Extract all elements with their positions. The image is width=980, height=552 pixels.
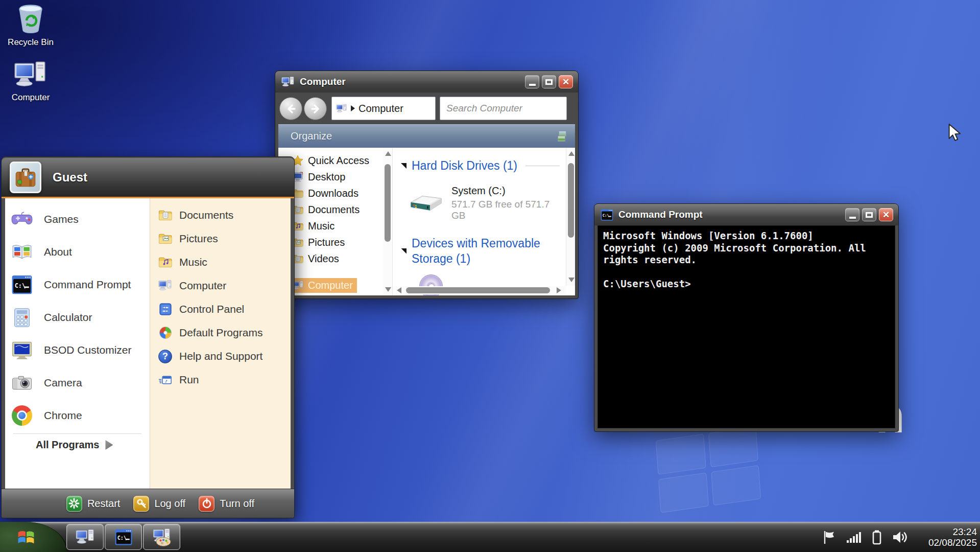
network-signal-icon[interactable]	[846, 530, 862, 545]
desktop-icon-recycle-bin[interactable]: Recycle Bin	[7, 3, 54, 48]
forward-button[interactable]	[304, 97, 327, 120]
key-icon	[133, 496, 149, 512]
start-menu-item-music[interactable]: Music	[150, 250, 291, 274]
start-menu-item-pictures[interactable]: Pictures	[150, 227, 291, 250]
gamepad-icon	[11, 209, 33, 230]
start-menu-header: Guest	[2, 158, 294, 197]
maximize-button[interactable]	[862, 208, 876, 221]
breadcrumb: Computer	[358, 103, 403, 114]
windows-flag-icon	[17, 528, 35, 546]
music-folder-icon	[158, 256, 172, 269]
section-header-removable-storage[interactable]: Devices with Removable Storage (1)	[401, 236, 562, 266]
wallpaper-windows-watermark	[656, 426, 761, 513]
chrome-icon	[11, 405, 33, 426]
clock-date: 02/08/2025	[920, 537, 977, 548]
start-menu-programs-column: Games About Command Prompt Calculator BS…	[5, 198, 150, 489]
console-icon	[11, 274, 33, 295]
cmd-titlebar[interactable]: Command Prompt ✕	[594, 204, 898, 225]
drive-capacity: 571.7 GB free of 571.7 GB	[451, 199, 562, 221]
explorer-toolbar: Organize	[278, 124, 575, 148]
start-menu-item-default-programs[interactable]: Default Programs	[150, 321, 291, 344]
user-avatar[interactable]	[10, 162, 41, 193]
scroll-up-arrow[interactable]	[385, 151, 391, 156]
action-center-flag-icon[interactable]	[822, 530, 837, 545]
start-menu-item-calculator[interactable]: Calculator	[5, 301, 150, 334]
minimize-icon	[529, 84, 536, 86]
minimize-button[interactable]	[525, 75, 539, 88]
terminal-line: Copyright (c) 2009 Microsoft Corporation…	[603, 242, 890, 255]
close-button[interactable]: ✕	[879, 208, 893, 221]
address-bar[interactable]: Computer	[331, 97, 436, 120]
window-title: Computer	[300, 76, 525, 87]
forward-arrow-icon	[309, 103, 322, 115]
drive-item-system-c[interactable]: System (C:) 571.7 GB free of 571.7 GB	[408, 185, 562, 221]
scroll-down-arrow[interactable]	[385, 287, 391, 292]
scroll-left-arrow[interactable]	[397, 287, 401, 293]
organize-button[interactable]: Organize	[291, 130, 332, 142]
start-menu-places-column: Documents Pictures Music Computer Contro…	[150, 198, 291, 489]
scroll-right-arrow[interactable]	[557, 287, 561, 293]
arrow-right-icon	[105, 440, 113, 450]
explorer-content: Quick Access Desktop Downloads Documents…	[278, 148, 575, 295]
terminal-line: Microsoft Windows [Version 6.1.7600]	[603, 230, 890, 242]
vertical-scrollbar[interactable]	[566, 148, 575, 286]
close-button[interactable]: ✕	[559, 75, 573, 88]
all-programs-button[interactable]: All Programs	[13, 433, 141, 456]
start-menu-item-about[interactable]: About	[5, 236, 150, 268]
scroll-down-arrow[interactable]	[568, 278, 575, 282]
close-icon: ✕	[562, 78, 569, 86]
views-icon[interactable]	[557, 130, 568, 143]
desktop-icon-computer[interactable]: Computer	[7, 60, 54, 103]
search-box[interactable]	[440, 97, 567, 120]
scroll-thumb[interactable]	[406, 287, 550, 293]
mouse-cursor	[945, 123, 964, 143]
maximize-icon	[866, 212, 873, 218]
start-menu-item-chrome[interactable]: Chrome	[5, 399, 150, 432]
console-icon	[115, 529, 132, 545]
collapse-triangle-icon[interactable]	[401, 248, 407, 254]
volume-icon[interactable]	[892, 530, 908, 545]
start-menu-item-run[interactable]: Run	[150, 368, 291, 392]
start-menu-item-camera[interactable]: Camera	[5, 366, 150, 399]
section-header-hard-disk-drives[interactable]: Hard Disk Drives (1)	[401, 159, 562, 173]
scroll-thumb[interactable]	[568, 163, 574, 238]
back-button[interactable]	[279, 97, 302, 120]
start-button[interactable]	[0, 522, 67, 552]
collapse-triangle-icon[interactable]	[401, 163, 407, 169]
restart-button[interactable]: Restart	[66, 496, 120, 512]
hard-drive-icon	[408, 191, 444, 215]
section-rule	[525, 166, 560, 166]
taskbar-clock[interactable]: 23:24 02/08/2025	[920, 526, 977, 548]
start-menu-item-bsod-customizer[interactable]: BSOD Customizer	[5, 334, 150, 366]
taskbar-button-command-prompt[interactable]	[105, 524, 142, 550]
taskbar-button-paint[interactable]	[143, 524, 180, 550]
scroll-thumb[interactable]	[385, 164, 391, 242]
recycle-bin-icon	[7, 3, 54, 35]
start-menu-item-games[interactable]: Games	[5, 203, 150, 236]
taskbar-button-computer[interactable]	[66, 524, 104, 550]
sidebar-scrollbar[interactable]	[383, 148, 393, 295]
terminal-line: rights reserved.	[603, 254, 890, 266]
restart-icon	[66, 496, 82, 512]
horizontal-scrollbar[interactable]	[393, 286, 565, 294]
turn-off-button[interactable]: Turn off	[199, 496, 254, 512]
search-input[interactable]	[446, 103, 571, 114]
close-icon: ✕	[882, 211, 890, 219]
start-menu-item-control-panel[interactable]: Control Panel	[150, 297, 291, 321]
start-menu-item-documents[interactable]: Documents	[150, 203, 291, 227]
start-menu-item-command-prompt[interactable]: Command Prompt	[5, 268, 150, 301]
battery-icon[interactable]	[871, 529, 883, 545]
system-tray: 23:24 02/08/2025	[822, 522, 977, 552]
scroll-up-arrow[interactable]	[568, 151, 575, 156]
explorer-titlebar[interactable]: Computer ✕	[275, 71, 578, 93]
terminal-output[interactable]: Microsoft Windows [Version 6.1.7600] Cop…	[597, 225, 895, 428]
explorer-navbar: Computer	[278, 93, 575, 124]
user-name: Guest	[53, 170, 87, 185]
console-icon	[601, 209, 613, 221]
maximize-button[interactable]	[542, 75, 556, 88]
start-menu-item-computer[interactable]: Computer	[150, 274, 291, 297]
start-menu-item-help-and-support[interactable]: ? Help and Support	[150, 344, 291, 368]
pictures-folder-icon	[158, 232, 172, 246]
log-off-button[interactable]: Log off	[133, 496, 185, 512]
minimize-button[interactable]	[845, 208, 859, 221]
